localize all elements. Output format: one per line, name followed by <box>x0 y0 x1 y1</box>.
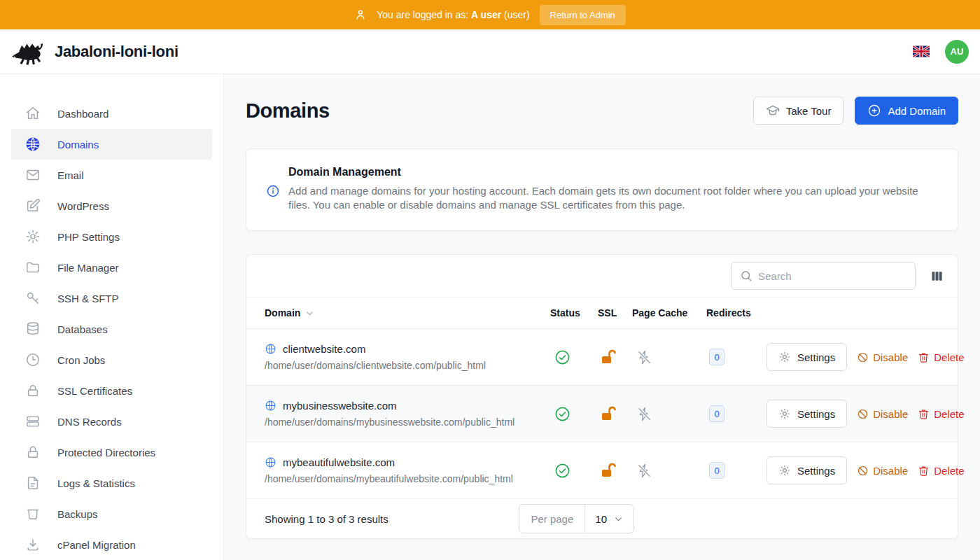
folder-icon <box>25 260 41 275</box>
ban-icon <box>857 351 869 363</box>
sidebar-item-ssh-sftp[interactable]: SSH & SFTP <box>11 283 212 314</box>
document-root-path: /home/user/domains/mybusinesswebsite.com… <box>265 416 550 428</box>
sidebar-item-databases[interactable]: Databases <box>11 314 212 344</box>
redirects-count-badge: 0 <box>709 349 724 365</box>
ssl-unlocked-icon[interactable] <box>598 405 632 422</box>
archive-icon <box>25 506 41 522</box>
sidebar-item-dns-records[interactable]: DNS Records <box>11 406 212 437</box>
clock-icon <box>25 352 41 368</box>
globe-icon <box>265 343 276 355</box>
columns-icon <box>930 270 944 283</box>
sidebar-item-file-manager[interactable]: File Manager <box>11 252 212 283</box>
column-settings-button[interactable] <box>927 267 946 286</box>
gear-icon <box>25 229 41 244</box>
plus-circle-icon <box>867 104 881 118</box>
search-box <box>731 262 916 290</box>
boar-logo-icon <box>11 38 46 65</box>
page-cache-off-icon[interactable] <box>632 349 706 365</box>
ban-icon <box>857 408 869 420</box>
gear-icon <box>778 351 791 363</box>
status-active-icon <box>550 463 598 479</box>
page-cache-off-icon[interactable] <box>632 463 706 479</box>
add-domain-button[interactable]: Add Domain <box>855 97 958 125</box>
per-page-select[interactable]: Per page 10 <box>519 504 634 533</box>
sidebar-item-php-settings[interactable]: PHP Settings <box>11 221 212 252</box>
table-header-row: Domain Status SSL Page Cache Redirects <box>246 297 958 329</box>
sidebar-item-dashboard[interactable]: Dashboard <box>11 98 212 129</box>
mail-icon <box>25 167 41 183</box>
globe-icon <box>265 456 276 468</box>
settings-button[interactable]: Settings <box>766 456 847 484</box>
brand: Jabaloni-loni-loni <box>11 38 178 65</box>
domain-link[interactable]: mybeautifulwebsite.com <box>265 456 550 468</box>
delete-button[interactable]: Delete <box>918 408 964 420</box>
results-summary: Showing 1 to 3 of 3 results <box>265 513 388 525</box>
document-root-path: /home/user/domains/clientwebsite.com/pub… <box>265 360 550 371</box>
banner-user-role: (user) <box>504 9 530 20</box>
domains-table-card: Domain Status SSL Page Cache Redirects c… <box>246 254 958 539</box>
trash-icon <box>918 408 930 420</box>
delete-button[interactable]: Delete <box>918 351 964 363</box>
sidebar-item-email[interactable]: Email <box>11 160 212 190</box>
take-tour-button[interactable]: Take Tour <box>753 97 844 125</box>
domain-management-info-card: Domain Management Add and manage domains… <box>246 148 958 231</box>
server-icon <box>25 414 41 429</box>
lock-icon <box>25 383 41 398</box>
redirects-count-badge: 0 <box>709 405 724 422</box>
gear-icon <box>778 407 791 420</box>
page-cache-off-icon[interactable] <box>632 406 706 422</box>
person-icon <box>354 8 367 21</box>
search-input[interactable] <box>758 270 906 282</box>
table-row: mybusinesswebsite.com /home/user/domains… <box>246 386 958 442</box>
gear-icon <box>778 464 791 477</box>
ssl-unlocked-icon[interactable] <box>598 349 632 365</box>
column-header-domain[interactable]: Domain <box>265 307 550 318</box>
home-icon <box>25 106 41 121</box>
sidebar-item-backups[interactable]: Backups <box>11 498 212 529</box>
domain-link[interactable]: mybusinesswebsite.com <box>265 400 550 412</box>
per-page-value: 10 <box>595 513 607 525</box>
lock-icon <box>25 444 41 460</box>
sidebar-item-ssl-certificates[interactable]: SSL Certificates <box>11 375 212 406</box>
sidebar: Dashboard Domains Email WordPress PHP Se… <box>0 74 224 560</box>
user-avatar[interactable]: AU <box>945 40 969 64</box>
table-row: clientwebsite.com /home/user/domains/cli… <box>246 329 958 386</box>
main-content: Domains Take Tour Add Domain Domain Mana… <box>224 74 980 560</box>
settings-button[interactable]: Settings <box>766 400 847 428</box>
info-card-description: Add and manage domains for your hosting … <box>288 184 932 212</box>
chevron-down-icon <box>304 308 315 318</box>
brand-title: Jabaloni-loni-loni <box>55 43 178 61</box>
disable-button[interactable]: Disable <box>857 351 908 363</box>
sidebar-item-protected-directories[interactable]: Protected Directories <box>11 437 212 468</box>
language-flag-icon[interactable] <box>913 46 930 57</box>
sidebar-item-wordpress[interactable]: WordPress <box>11 190 212 221</box>
download-icon <box>25 537 41 552</box>
graduation-cap-icon <box>766 104 780 118</box>
search-icon <box>740 270 752 282</box>
trash-icon <box>918 351 930 363</box>
globe-icon <box>265 400 276 412</box>
ssl-unlocked-icon[interactable] <box>598 462 632 479</box>
sidebar-item-cpanel-migration[interactable]: cPanel Migration <box>11 529 212 560</box>
ban-icon <box>857 465 869 477</box>
status-active-icon <box>550 406 598 422</box>
chevron-down-icon <box>613 514 624 524</box>
sidebar-item-logs-statistics[interactable]: Logs & Statistics <box>11 468 212 498</box>
redirects-count-badge: 0 <box>709 462 724 479</box>
sidebar-item-domains[interactable]: Domains <box>11 129 212 160</box>
column-header-redirects: Redirects <box>706 307 766 318</box>
disable-button[interactable]: Disable <box>857 465 908 477</box>
document-icon <box>25 475 41 491</box>
app-header: Jabaloni-loni-loni AU <box>0 29 980 74</box>
banner-user-name: A user <box>471 9 501 20</box>
disable-button[interactable]: Disable <box>857 408 908 420</box>
info-card-title: Domain Management <box>288 166 932 178</box>
domain-link[interactable]: clientwebsite.com <box>265 343 550 355</box>
per-page-label: Per page <box>519 505 585 533</box>
delete-button[interactable]: Delete <box>918 465 964 477</box>
banner-message: You are logged in as: A user (user) <box>377 9 529 20</box>
return-to-admin-button[interactable]: Return to Admin <box>540 5 626 25</box>
edit-icon <box>25 198 41 214</box>
sidebar-item-cron-jobs[interactable]: Cron Jobs <box>11 344 212 375</box>
settings-button[interactable]: Settings <box>766 343 847 371</box>
